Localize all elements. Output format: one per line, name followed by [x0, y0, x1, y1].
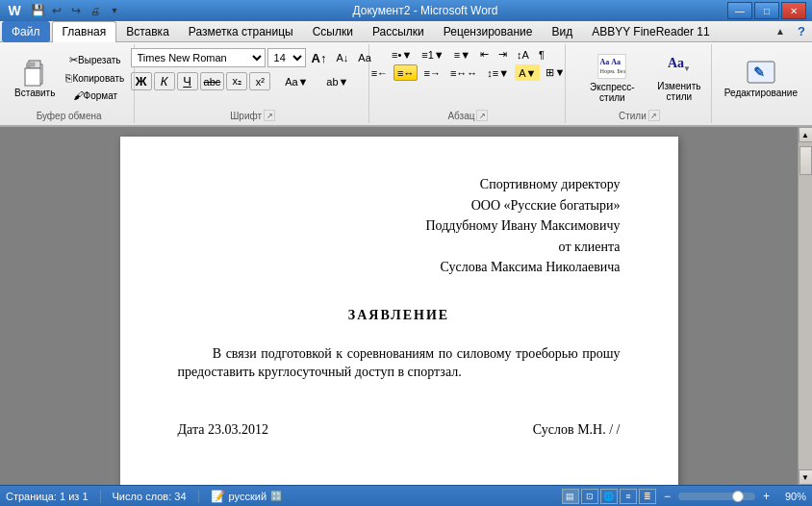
word-icon: W — [6, 2, 23, 19]
list-row: ≡•▼ ≡1▼ ≡▼ ⇤ ⇥ ↕A ¶ — [388, 46, 548, 63]
line-spacing-button[interactable]: ↕≡▼ — [483, 64, 513, 81]
redo-button[interactable]: ↪ — [67, 2, 85, 19]
page-right-block: Спортивному директору ООО «Русские богат… — [178, 175, 621, 277]
menu-tab-view[interactable]: Вид — [542, 21, 582, 42]
menu-tab-insert[interactable]: Вставка — [116, 21, 179, 42]
font-size-select[interactable]: 14 — [267, 48, 306, 67]
menu-tab-abbyy[interactable]: ABBYY FineReader 11 — [582, 21, 720, 42]
paragraph-group: ≡•▼ ≡1▼ ≡▼ ⇤ ⇥ ↕A ¶ ≡← ≡↔ ≡→ ≡↔↔ ↕≡▼ A▼ … — [371, 44, 566, 123]
outline-button[interactable]: ≡ — [620, 489, 637, 504]
express-styles-button[interactable]: Aа Aа Норм. Без п. Экспресс-стили — [573, 50, 651, 104]
web-layout-button[interactable]: 🌐 — [600, 489, 618, 504]
addr-line-2: ООО «Русские богатыри» — [178, 196, 621, 215]
menu-tab-review[interactable]: Рецензирование — [434, 21, 543, 42]
addr-line-1: Спортивному директору — [178, 175, 621, 194]
addr-line-4: от клиента — [178, 238, 621, 257]
subscript-button[interactable]: x₂ — [226, 72, 247, 90]
document-body: В связи подготовкой к соревнованиям по с… — [178, 344, 621, 382]
cut-button[interactable]: ✂ Вырезать — [62, 52, 128, 68]
editing-button[interactable]: ✎ Редактирование — [720, 50, 802, 106]
bullets-button[interactable]: ≡•▼ — [388, 46, 416, 63]
undo-button[interactable]: ↩ — [48, 2, 65, 19]
styles-group: Aа Aа Норм. Без п. Экспресс-стили Aа ▼ — [568, 44, 712, 123]
font-dialog-launcher[interactable]: ↗ — [264, 110, 275, 121]
change-styles-button[interactable]: Aа ▼ Изменить стили — [653, 50, 705, 104]
italic-button[interactable]: К — [154, 72, 175, 90]
draft-button[interactable]: ≣ — [639, 489, 656, 504]
menu-tab-mailings[interactable]: Рассылки — [363, 21, 434, 42]
decrease-indent-button[interactable]: ⇤ — [476, 46, 493, 63]
language-text: русский — [229, 491, 266, 502]
underline-button[interactable]: Ч — [177, 72, 198, 90]
align-center-button[interactable]: ≡↔ — [393, 64, 418, 81]
qat-dropdown[interactable]: ▼ — [106, 2, 123, 19]
full-screen-button[interactable]: ⊡ — [581, 489, 598, 504]
align-right-button[interactable]: ≡→ — [419, 64, 444, 81]
shrink-font-button[interactable]: A↓ — [332, 50, 352, 65]
style-row-1: Aа Aа Норм. Без п. Экспресс-стили Aа ▼ — [573, 50, 705, 104]
numbering-button[interactable]: ≡1▼ — [418, 46, 447, 63]
print-layout-button[interactable]: ▤ — [562, 489, 579, 504]
menu-tab-layout[interactable]: Разметка страницы — [179, 21, 303, 42]
shading-button[interactable]: A▼ — [515, 64, 540, 81]
zoom-slider[interactable] — [678, 493, 755, 500]
ribbon-collapse-button[interactable]: ▲ — [772, 23, 789, 40]
titlebar: W 💾 ↩ ↪ 🖨 ▼ Документ2 - Microsoft Word —… — [0, 0, 812, 21]
styles-label-text: Стили — [619, 111, 647, 121]
view-mode-buttons: ▤ ⊡ 🌐 ≡ ≣ — [562, 489, 656, 504]
scroll-down-button[interactable]: ▼ — [799, 469, 813, 485]
save-button[interactable]: 💾 — [29, 2, 46, 19]
zoom-increase-button[interactable]: + — [763, 490, 770, 503]
language-icon: 🔡 — [270, 491, 282, 501]
align-justify-button[interactable]: ≡↔↔ — [446, 64, 481, 81]
format-painter-button[interactable]: 🖌 Формат — [62, 88, 128, 103]
paste-button[interactable]: Вставить — [10, 50, 60, 106]
sort-button[interactable]: ↕A — [513, 46, 533, 63]
paragraph-dialog-launcher[interactable]: ↗ — [476, 110, 488, 121]
font-family-select[interactable]: Times New Roman — [131, 48, 266, 67]
increase-indent-button[interactable]: ⇥ — [495, 46, 511, 63]
grow-font-button[interactable]: A↑ — [308, 49, 331, 67]
minimize-button[interactable]: — — [727, 2, 752, 19]
font-name-row: Times New Roman 14 A↑ A↓ Aa — [131, 48, 375, 67]
page-count: Страница: 1 из 1 — [6, 491, 89, 502]
menu-tab-links[interactable]: Ссылки — [303, 21, 363, 42]
scroll-track[interactable] — [799, 142, 812, 469]
menu-tab-home[interactable]: Главная — [52, 21, 117, 42]
language-indicator[interactable]: 📝 русский 🔡 — [211, 490, 282, 503]
zoom-thumb[interactable] — [732, 491, 744, 502]
document-title: ЗАЯВЛЕНИЕ — [178, 306, 621, 325]
copy-button[interactable]: ⎘ Копировать — [62, 70, 128, 86]
strikethrough-button[interactable]: abc — [200, 72, 225, 90]
addr-line-3: Поддубному Ивану Максимовичу — [178, 216, 621, 236]
zoom-decrease-button[interactable]: − — [664, 490, 671, 503]
menu-tab-file[interactable]: Файл — [2, 21, 50, 42]
superscript-button[interactable]: x² — [249, 72, 270, 90]
styles-dialog-launcher[interactable]: ↗ — [648, 110, 660, 121]
align-left-button[interactable]: ≡← — [368, 64, 392, 81]
maximize-button[interactable]: □ — [754, 2, 779, 19]
font-color-button[interactable]: Aa▼ — [272, 72, 320, 90]
clipboard-small-buttons: ✂ Вырезать ⎘ Копировать 🖌 Формат — [62, 52, 128, 103]
bold-button[interactable]: Ж — [131, 72, 152, 90]
footer-signature: Суслов М.Н. / / — [533, 420, 621, 440]
show-marks-button[interactable]: ¶ — [535, 46, 548, 63]
scroll-up-button[interactable]: ▲ — [799, 127, 813, 142]
scroll-thumb[interactable] — [799, 146, 812, 175]
font-label: Шрифт ↗ — [230, 110, 275, 121]
paste-label: Вставить — [14, 88, 55, 98]
ribbon: Вставить ✂ Вырезать ⎘ Копировать 🖌 Форма… — [0, 42, 812, 127]
svg-rect-2 — [25, 68, 40, 86]
close-button[interactable]: ✕ — [781, 2, 806, 19]
print-button[interactable]: 🖨 — [87, 2, 104, 19]
multilevel-list-button[interactable]: ≡▼ — [450, 46, 474, 63]
highlight-button[interactable]: ab▼ — [322, 72, 352, 90]
borders-button[interactable]: ⊞▼ — [542, 64, 569, 81]
vertical-scrollbar[interactable]: ▲ ▼ — [798, 127, 812, 485]
statusbar-divider-1 — [100, 490, 101, 503]
statusbar: Страница: 1 из 1 Число слов: 34 📝 русски… — [0, 485, 812, 506]
document-page[interactable]: Спортивному директору ООО «Русские богат… — [120, 137, 678, 485]
help-button[interactable]: ? — [793, 23, 810, 40]
font-group: Times New Roman 14 A↑ A↓ Aa Ж К Ч abc x₂… — [137, 44, 369, 123]
zoom-level[interactable]: 90% — [777, 491, 806, 502]
